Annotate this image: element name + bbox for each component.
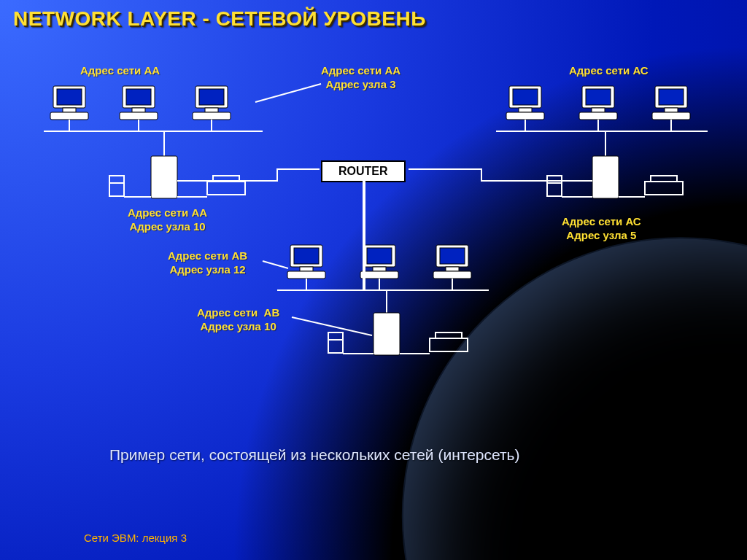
label-aa-top: Адрес сети АА [80, 64, 160, 78]
workstation-icon [506, 86, 544, 120]
label-ac-top: Адрес сети АС [569, 64, 649, 78]
workstation-icon [287, 245, 325, 279]
router-box: ROUTER [321, 160, 406, 182]
printer-icon [207, 176, 245, 195]
workstation-icon [360, 245, 398, 279]
peripheral-icon [328, 332, 343, 353]
slide-caption: Пример сети, состоящей из нескольких сет… [109, 446, 520, 464]
printer-icon [645, 176, 683, 195]
label-ab-node10: Адрес сети АВ Адрес узла 10 [197, 306, 279, 334]
server-icon [151, 156, 177, 198]
svg-line-44 [292, 317, 372, 335]
network-aa [44, 84, 321, 198]
label-ab-node12: Адрес сети АВ Адрес узла 12 [168, 249, 247, 277]
workstation-icon [120, 86, 158, 120]
workstation-icon [579, 86, 617, 120]
network-ac [496, 86, 708, 198]
label-ac-node5: Адрес сети АС Адрес узла 5 [562, 215, 641, 243]
peripheral-icon [547, 176, 562, 196]
workstation-icon [193, 86, 231, 120]
svg-line-20 [255, 84, 321, 102]
workstation-icon [50, 86, 88, 120]
workstation-icon [433, 245, 471, 279]
slide: NETWORK LAYER - СЕТЕВОЙ УРОВЕНЬ Адрес се… [0, 0, 747, 560]
peripheral-icon [109, 176, 124, 196]
decorative-arc [403, 238, 747, 560]
printer-icon [430, 332, 468, 351]
svg-line-43 [263, 261, 288, 268]
workstation-icon [652, 86, 690, 120]
slide-footer: Сети ЭВМ: лекция 3 [84, 532, 187, 544]
server-icon [592, 156, 619, 198]
network-ab [277, 245, 489, 355]
label-aa-node3: Адрес сети АА Адрес узла 3 [321, 64, 400, 92]
label-aa-node10: Адрес сети АА Адрес узла 10 [128, 206, 207, 234]
slide-title: NETWORK LAYER - СЕТЕВОЙ УРОВЕНЬ [13, 7, 426, 31]
server-icon [374, 313, 400, 355]
